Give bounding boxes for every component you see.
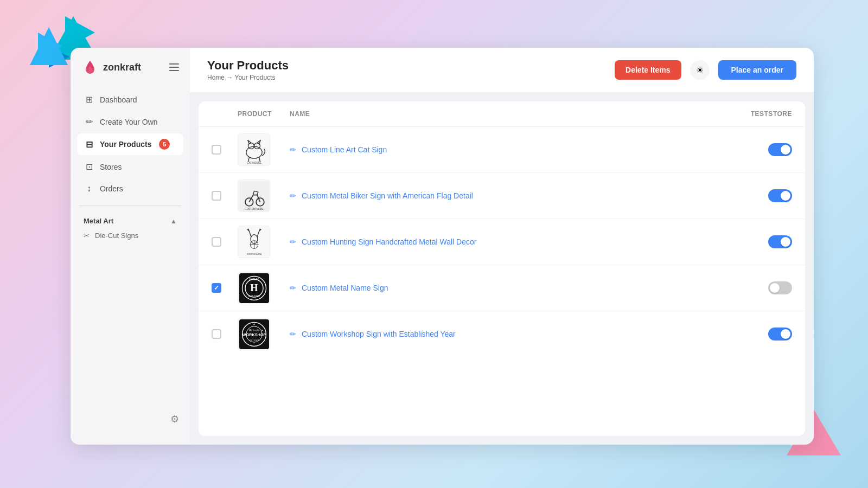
delete-items-button[interactable]: Delete Items [615,60,681,80]
svg-text:CAT HOUSE: CAT HOUSE [247,162,261,164]
svg-text:Richard's: Richard's [249,329,260,332]
row-5-product-name[interactable]: Custom Workshop Sign with Established Ye… [302,330,456,338]
die-cut-icon: ✂ [84,232,90,240]
products-icon: ⊟ [84,139,94,150]
page-title: Your Products [207,59,615,73]
products-badge: 5 [159,139,170,150]
svg-text:EST 1990: EST 1990 [248,295,260,298]
row-5-name-cell: ✏ Custom Workshop Sign with Established … [281,330,727,338]
metal-art-section: Metal Art ▲ [71,213,190,227]
products-table-container: PRODUCT NAME TESTSTORE [199,101,805,436]
row-1-product-image: CAT HOUSE [238,133,270,166]
row-2-product-name[interactable]: Custom Metal Biker Sign with American Fl… [302,191,473,200]
header-actions: Delete Items ☀ Place an order [615,60,796,80]
row-4-checkbox[interactable] [212,283,221,293]
sidebar: zonkraft ⊞ Dashboard ✏ Create Your Own ⊟… [71,48,190,445]
row-5-product-image: Richard's WORKSHOP EST. 1964 [238,318,270,350]
edit-icon[interactable]: ✏ [290,284,296,292]
row-1-toggle-cell [727,143,792,156]
header-left: Your Products Home → Your Products [207,59,615,81]
settings-button[interactable]: ⚙ [170,413,179,425]
metal-name-sign-thumb: H EST 1990 HARLEY [239,273,269,303]
sidebar-item-die-cut[interactable]: ✂ Die-Cut Signs [71,227,190,244]
orders-icon: ↕ [84,184,94,194]
row-4-toggle[interactable] [768,281,792,294]
main-content: Your Products Home → Your Products Delet… [190,48,814,445]
row-1-product-name[interactable]: Custom Line Art Cat Sign [302,145,387,154]
row-3-toggle-cell [727,235,792,248]
breadcrumb-home[interactable]: Home [207,74,225,81]
row-3-toggle[interactable] [768,235,792,248]
row-5-toggle[interactable] [768,328,792,341]
col-name: NAME [281,110,727,118]
table-row: Richard's WORKSHOP EST. 1964 ✏ Custom Wo… [199,311,805,357]
table-row: CAT HOUSE ✏ Custom Line Art Cat Sign [199,127,805,173]
table-row: H EST 1990 HARLEY ✏ Custom Metal Name Si… [199,265,805,311]
breadcrumb-separator: → [226,74,234,81]
row-3-product-name[interactable]: Custom Hunting Sign Handcrafted Metal Wa… [302,237,476,246]
row-3-name-cell: ✏ Custom Hunting Sign Handcrafted Metal … [281,237,727,246]
sidebar-item-label: Orders [100,184,123,193]
sidebar-item-label: Dashboard [100,95,137,104]
sidebar-item-dashboard[interactable]: ⊞ Dashboard [77,89,183,110]
edit-icon[interactable]: ✏ [290,145,296,154]
hamburger-icon[interactable] [169,63,179,71]
col-store: TESTSTORE [727,110,792,118]
sidebar-item-create[interactable]: ✏ Create Your Own [77,111,183,132]
sidebar-item-stores[interactable]: ⊡ Stores [77,156,183,177]
theme-toggle-button[interactable]: ☀ [690,60,710,80]
svg-text:HUNTING AREA: HUNTING AREA [246,253,261,255]
row-2-toggle-cell [727,189,792,202]
sidebar-item-label: Create Your Own [100,118,158,126]
col-product: PRODUCT [238,110,281,118]
row-2-checkbox[interactable] [212,191,221,201]
app-container: zonkraft ⊞ Dashboard ✏ Create Your Own ⊟… [71,48,814,445]
svg-text:CUSTOM NAME: CUSTOM NAME [245,208,263,210]
breadcrumb: Home → Your Products [207,74,615,81]
chevron-up-icon: ▲ [170,217,177,225]
main-header: Your Products Home → Your Products Delet… [190,48,814,93]
stores-icon: ⊡ [84,162,94,172]
sidebar-footer: ⚙ [71,404,190,434]
svg-text:WORKSHOP: WORKSHOP [242,332,266,337]
workshop-sign-thumb: Richard's WORKSHOP EST. 1964 [239,319,269,349]
edit-icon[interactable]: ✏ [290,191,296,200]
sidebar-item-products[interactable]: ⊟ Your Products 5 [77,133,183,155]
row-2-product-image: CUSTOM NAME [238,179,270,212]
row-5-toggle-cell [727,328,792,341]
hunting-sign-thumb: HUNTING AREA [239,227,269,257]
logo-icon [81,59,99,76]
dashboard-icon: ⊞ [84,94,94,105]
row-3-checkbox[interactable] [212,237,221,247]
row-5-checkbox[interactable] [212,329,221,339]
row-1-checkbox[interactable] [212,145,221,155]
edit-icon[interactable]: ✏ [290,237,296,246]
sidebar-item-label: Stores [100,163,122,171]
row-1-name-cell: ✏ Custom Line Art Cat Sign [281,145,727,154]
svg-text:EST. 1964: EST. 1964 [250,339,259,342]
create-icon: ✏ [84,117,94,127]
sidebar-divider [79,206,181,206]
row-4-product-image: H EST 1990 HARLEY [238,272,270,304]
row-1-toggle[interactable] [768,143,792,156]
col-select [212,110,238,118]
place-order-button[interactable]: Place an order [718,60,797,80]
sidebar-item-label: Your Products [100,140,151,149]
table-header: PRODUCT NAME TESTSTORE [199,101,805,127]
breadcrumb-current: Your Products [234,74,275,81]
sidebar-sub-item-label: Die-Cut Signs [95,232,138,240]
sidebar-nav: ⊞ Dashboard ✏ Create Your Own ⊟ Your Pro… [71,89,190,199]
row-3-product-image: HUNTING AREA [238,226,270,258]
svg-text:HARLEY: HARLEY [249,278,259,280]
edit-icon[interactable]: ✏ [290,330,296,338]
sun-icon: ☀ [696,65,704,75]
table-row: CUSTOM NAME ✏ Custom Metal Biker Sign wi… [199,173,805,219]
logo-text: zonkraft [103,62,141,73]
row-4-toggle-cell [727,281,792,294]
table-row: HUNTING AREA ✏ Custom Hunting Sign Handc… [199,219,805,265]
row-4-product-name[interactable]: Custom Metal Name Sign [302,284,388,292]
biker-sign-thumb: CUSTOM NAME [239,181,269,211]
sidebar-item-orders[interactable]: ↕ Orders [77,178,183,199]
row-2-name-cell: ✏ Custom Metal Biker Sign with American … [281,191,727,200]
row-2-toggle[interactable] [768,189,792,202]
